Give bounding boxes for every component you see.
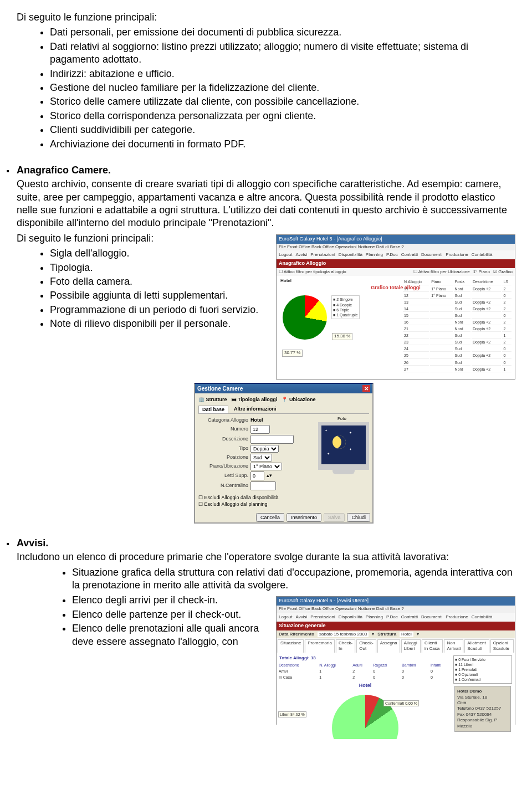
toolbar: LogoutAvvisiPrenotazioniDisponibilitàPla… xyxy=(277,250,515,259)
list-item: Storico della corrispondenza personalizz… xyxy=(50,110,515,122)
screenshot-anagrafico-alloggio: EuroSoft Galaxy Hotel 5 - [Anagrafico Al… xyxy=(276,234,515,380)
section-body: Includono un elenco di procedure primari… xyxy=(17,551,515,563)
posizione-select[interactable]: Sud xyxy=(250,454,272,462)
dialog-titlebar: Gestione Camere ✕ xyxy=(195,384,372,393)
section-redbar: Situazione generale xyxy=(277,622,515,630)
list-item: Archiviazione dei documenti in formato P… xyxy=(50,138,515,151)
descrizione-input[interactable] xyxy=(250,435,294,444)
menu-bar: File Front Office Back Office Operazioni… xyxy=(277,606,515,612)
list-item: Dati personali, per emissione dei docume… xyxy=(50,26,515,39)
close-icon[interactable]: ✕ xyxy=(362,385,370,392)
intro-text: Di seguito le funzione principali: xyxy=(17,11,515,24)
window-titlebar: EuroSoft Galaxy Hotel 5 - [Anagrafico Al… xyxy=(277,235,515,244)
avvisi-tabs: SituazionePromemoriaCheck-InCheck-OutAss… xyxy=(277,638,515,653)
screenshot-avvisi-utente: EuroSoft Galaxy Hotel 5 - [Avvisi Utente… xyxy=(276,596,515,725)
menu-bar: File Front Office Back Office Operazioni… xyxy=(277,244,515,250)
piano-select[interactable]: 1° Piano xyxy=(250,463,282,470)
inserimento-button[interactable]: Inserimento xyxy=(287,513,321,522)
alloggi-table: N.AlloggioPianoPosiz.DescrizioneLS 111° … xyxy=(402,278,513,373)
window-titlebar: EuroSoft Galaxy Hotel 5 - [Avvisi Utente… xyxy=(277,597,515,606)
salva-button[interactable]: Salva xyxy=(324,513,345,522)
list-item: Dati relativi al soggiorno: listino prez… xyxy=(50,40,515,66)
tipo-select[interactable]: Doppia xyxy=(250,445,279,453)
hotel-info-box: Hotel Demo Via Sturiale, 18 Città Telefo… xyxy=(454,686,511,732)
feature-list-3: Situazione grafica della struttura con r… xyxy=(17,566,515,592)
letti-input[interactable] xyxy=(250,471,264,480)
screenshot-gestione-camere: Gestione Camere ✕ 🏢 Strutture 🛏 Tipologi… xyxy=(194,383,374,524)
section-body: Questo archivio, consente di creare svar… xyxy=(17,178,515,230)
section-heading-anagrafico: Anagrafico Camere. xyxy=(17,164,515,177)
cancella-button[interactable]: Cancella xyxy=(256,513,284,522)
list-item: Indirizzi: abitazione e ufficio. xyxy=(50,68,515,80)
list-item: Situazione grafica della struttura con r… xyxy=(72,566,515,592)
list-item: Clienti suddividibili per categorie. xyxy=(50,124,515,136)
foto-preview-icon: ✦ ✦ ✦ ✦ xyxy=(318,422,369,470)
section-heading-avvisi: Avvisi. xyxy=(17,537,515,550)
list-item: Storico delle camere utilizzate dal clie… xyxy=(50,95,515,108)
section-redbar: Anagrafico Alloggio xyxy=(277,259,515,268)
feature-list-1: Dati personali, per emissione dei docume… xyxy=(17,26,515,151)
numero-input[interactable] xyxy=(250,425,270,434)
list-item: Gestione del nucleo familiare per la fid… xyxy=(50,81,515,94)
pie-chart-icon xyxy=(283,295,327,340)
centralino-input[interactable] xyxy=(250,481,276,490)
chiudi-button[interactable]: Chiudi xyxy=(347,513,370,522)
toolbar: LogoutAvvisiPrenotazioniDisponibilitàPla… xyxy=(277,613,515,622)
